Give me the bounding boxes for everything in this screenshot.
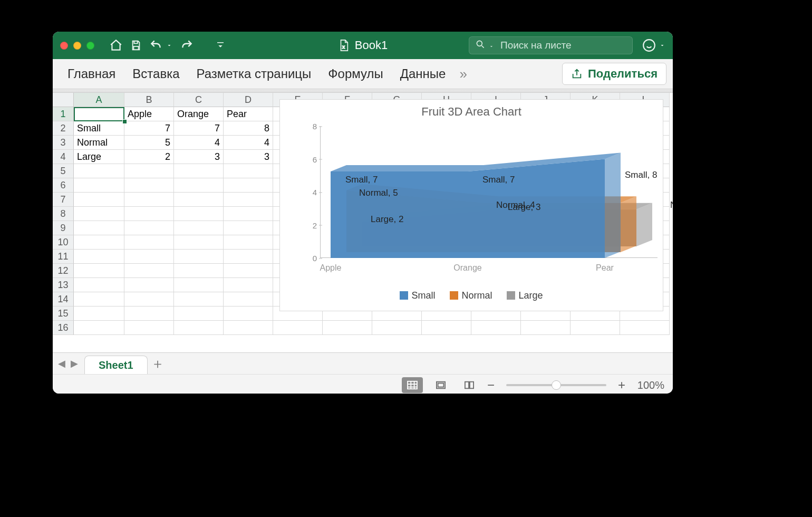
cell[interactable] — [174, 292, 224, 307]
cell[interactable]: Large — [74, 150, 124, 164]
cell[interactable] — [174, 221, 224, 235]
row-header[interactable]: 16 — [53, 321, 74, 335]
column-header[interactable]: A — [74, 93, 124, 107]
chevron-down-icon[interactable] — [166, 42, 172, 49]
cell[interactable] — [124, 207, 174, 221]
cell[interactable] — [74, 164, 124, 178]
customize-qat-icon[interactable] — [216, 41, 225, 50]
cell[interactable] — [224, 307, 273, 321]
worksheet[interactable]: ABCDEFGHIJKL1AppleOrangePear2Small7783No… — [53, 93, 673, 352]
cell[interactable]: Pear — [224, 107, 273, 121]
zoom-percent-label[interactable]: 100% — [633, 379, 664, 391]
cell[interactable] — [224, 221, 273, 235]
cell[interactable] — [224, 193, 273, 207]
cell[interactable] — [422, 321, 471, 335]
cell[interactable]: 2 — [124, 150, 174, 164]
tab-page-layout[interactable]: Разметка страницы — [188, 61, 320, 87]
cell[interactable] — [74, 250, 124, 264]
cell[interactable] — [571, 321, 620, 335]
cell[interactable] — [174, 264, 224, 278]
home-icon[interactable] — [109, 39, 123, 52]
close-window-icon[interactable] — [60, 42, 68, 50]
cell[interactable] — [174, 321, 224, 335]
cell[interactable] — [74, 321, 124, 335]
column-header[interactable]: B — [124, 93, 174, 107]
cell[interactable] — [224, 207, 273, 221]
cell[interactable] — [224, 178, 273, 193]
cell[interactable] — [124, 164, 174, 178]
cell[interactable] — [174, 235, 224, 250]
cell[interactable] — [174, 193, 224, 207]
cell[interactable] — [224, 250, 273, 264]
chevron-down-icon[interactable] — [489, 40, 494, 52]
cell[interactable] — [124, 250, 174, 264]
cell[interactable] — [124, 193, 174, 207]
zoom-out-button[interactable]: − — [487, 378, 495, 392]
cell[interactable] — [174, 164, 224, 178]
cell[interactable]: 7 — [174, 121, 224, 136]
cell[interactable] — [224, 264, 273, 278]
cell[interactable]: 3 — [174, 150, 224, 164]
next-sheet-icon[interactable]: ▶ — [71, 358, 78, 369]
cell[interactable]: 4 — [224, 136, 273, 150]
cell[interactable] — [124, 221, 174, 235]
cell[interactable] — [224, 164, 273, 178]
cell[interactable] — [124, 292, 174, 307]
prev-sheet-icon[interactable]: ◀ — [58, 358, 65, 369]
row-header[interactable]: 10 — [53, 235, 74, 250]
minimize-window-icon[interactable] — [73, 42, 81, 50]
cell[interactable]: Apple — [124, 107, 174, 121]
cell[interactable] — [372, 321, 422, 335]
cell[interactable] — [124, 178, 174, 193]
row-header[interactable]: 3 — [53, 136, 74, 150]
zoom-slider[interactable] — [506, 384, 606, 386]
cell[interactable] — [74, 292, 124, 307]
cell[interactable]: Normal — [74, 136, 124, 150]
cell[interactable] — [74, 193, 124, 207]
cell[interactable] — [174, 307, 224, 321]
cell[interactable] — [124, 278, 174, 292]
cell[interactable] — [224, 278, 273, 292]
cell[interactable] — [174, 278, 224, 292]
row-header[interactable]: 2 — [53, 121, 74, 136]
row-header[interactable]: 13 — [53, 278, 74, 292]
cell[interactable] — [521, 321, 571, 335]
cell[interactable] — [224, 235, 273, 250]
cell[interactable] — [174, 250, 224, 264]
view-page-break-icon[interactable] — [459, 377, 480, 393]
row-header[interactable]: 8 — [53, 207, 74, 221]
sheet-search-input[interactable] — [499, 39, 626, 52]
tab-data[interactable]: Данные — [392, 61, 455, 87]
tab-home[interactable]: Главная — [59, 61, 124, 87]
redo-icon[interactable] — [180, 39, 194, 52]
undo-icon[interactable] — [149, 39, 163, 52]
cell[interactable]: 5 — [124, 136, 174, 150]
view-page-layout-icon[interactable] — [430, 377, 451, 393]
save-icon[interactable] — [130, 40, 142, 51]
zoom-in-button[interactable]: + — [618, 378, 625, 392]
sheet-search[interactable] — [469, 36, 633, 54]
cell[interactable] — [224, 321, 273, 335]
cell[interactable] — [74, 235, 124, 250]
embedded-chart[interactable]: Fruit 3D Area Chart Small, 7Small, 7Smal… — [279, 99, 663, 311]
column-header[interactable]: D — [224, 93, 273, 107]
row-header[interactable]: 14 — [53, 292, 74, 307]
cell[interactable] — [74, 278, 124, 292]
feedback-button[interactable] — [642, 39, 665, 52]
tab-insert[interactable]: Вставка — [124, 61, 188, 87]
cell[interactable] — [124, 321, 174, 335]
row-header[interactable]: 4 — [53, 150, 74, 164]
cell[interactable] — [174, 178, 224, 193]
fill-handle[interactable] — [122, 119, 127, 124]
add-sheet-button[interactable]: ＋ — [148, 355, 168, 373]
row-header[interactable]: 15 — [53, 307, 74, 321]
cell[interactable] — [74, 307, 124, 321]
cell[interactable] — [323, 321, 372, 335]
cell[interactable]: 4 — [174, 136, 224, 150]
cell[interactable]: Orange — [174, 107, 224, 121]
cell[interactable] — [471, 321, 521, 335]
row-header[interactable]: 7 — [53, 193, 74, 207]
row-header[interactable]: 12 — [53, 264, 74, 278]
tabs-overflow-icon[interactable]: » — [454, 66, 472, 82]
cell[interactable] — [273, 321, 323, 335]
